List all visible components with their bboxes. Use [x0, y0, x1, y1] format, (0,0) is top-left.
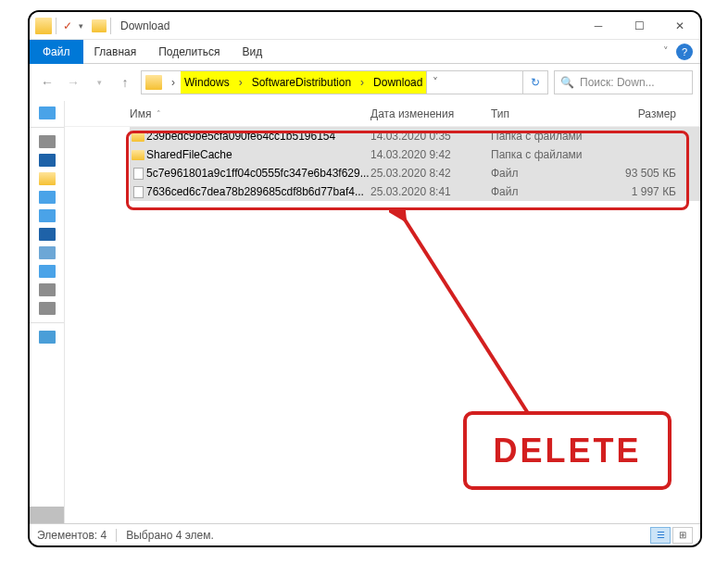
- col-name[interactable]: Имя: [130, 107, 151, 120]
- scrollbar[interactable]: [30, 507, 64, 523]
- quick-access-toolbar: ✓ ▾: [30, 18, 111, 34]
- folder-icon: [35, 18, 52, 34]
- search-placeholder: Поиск: Down...: [580, 76, 655, 89]
- chevron-right-icon[interactable]: ›: [166, 76, 181, 89]
- minimize-button[interactable]: ─: [578, 12, 619, 40]
- back-button[interactable]: ←: [37, 72, 57, 93]
- file-rows: 239bedc9be5cfa090fe64cc1b5196154 14.03.2…: [65, 127, 700, 201]
- folder-icon: [132, 150, 144, 160]
- forward-button[interactable]: →: [63, 72, 83, 93]
- file-icon: [133, 168, 144, 180]
- title-bar: ✓ ▾ Download ─ ☐ ✕: [30, 12, 700, 40]
- separator: [110, 18, 111, 34]
- file-name: 239bedc9be5cfa090fe64cc1b5196154: [146, 130, 370, 143]
- file-icon: [133, 186, 144, 198]
- music-icon[interactable]: [39, 228, 56, 241]
- address-dropdown-icon[interactable]: ˅: [426, 71, 444, 94]
- selected-count: Выбрано 4 элем.: [126, 529, 214, 542]
- item-count: Элементов: 4: [37, 529, 107, 542]
- folder-icon: [145, 75, 162, 90]
- videos-icon[interactable]: [39, 154, 56, 167]
- collapse-ribbon-icon[interactable]: ˅: [663, 45, 676, 57]
- svg-line-0: [403, 217, 533, 420]
- icons-view-button[interactable]: ⊞: [672, 527, 693, 544]
- onedrive-icon[interactable]: [39, 107, 56, 119]
- view-mode-buttons: ☰ ⊞: [650, 527, 693, 544]
- file-date: 25.03.2020 8:41: [370, 185, 491, 198]
- desktop-icon[interactable]: [39, 265, 56, 278]
- file-date: 25.03.2020 8:42: [370, 167, 491, 180]
- content-area: Имя˄ Дата изменения Тип Размер 239bedc9b…: [30, 101, 700, 523]
- documents-icon[interactable]: [39, 172, 56, 185]
- tab-share[interactable]: Поделиться: [147, 40, 231, 64]
- col-size[interactable]: Размер: [602, 107, 676, 120]
- delete-label: DELETE: [493, 432, 641, 470]
- table-row[interactable]: 7636ced6c7dea78b289685cdf8b6d77baf4... 2…: [130, 182, 700, 201]
- delete-annotation: DELETE: [463, 411, 672, 490]
- chevron-down-icon[interactable]: ▾: [79, 21, 88, 31]
- properties-icon[interactable]: ✓: [60, 19, 75, 33]
- this-pc-icon[interactable]: [39, 135, 56, 148]
- nav-pane[interactable]: [30, 101, 65, 523]
- table-row[interactable]: 239bedc9be5cfa090fe64cc1b5196154 14.03.2…: [130, 127, 700, 145]
- objects-icon[interactable]: [39, 246, 56, 259]
- file-name: 5c7e961801a9c1ff04c0555fc347e6b43f629...: [146, 167, 370, 180]
- tab-view[interactable]: Вид: [231, 40, 273, 64]
- breadcrumb-highlight: Windows › SoftwareDistribution › Downloa…: [181, 71, 426, 94]
- local-disk-icon[interactable]: [39, 283, 56, 296]
- separator: [56, 18, 56, 34]
- file-size: 93 505 КБ: [602, 167, 676, 180]
- help-icon[interactable]: ?: [676, 44, 693, 60]
- column-headers[interactable]: Имя˄ Дата изменения Тип Размер: [65, 101, 700, 127]
- sort-asc-icon: ˄: [157, 109, 161, 119]
- maximize-button[interactable]: ☐: [619, 12, 659, 40]
- address-bar[interactable]: › Windows › SoftwareDistribution › Downl…: [141, 70, 548, 94]
- file-type: Папка с файлами: [491, 130, 602, 143]
- explorer-window: ✓ ▾ Download ─ ☐ ✕ Файл Главная Поделить…: [28, 10, 702, 547]
- file-tab[interactable]: Файл: [30, 40, 83, 64]
- downloads-icon[interactable]: [39, 191, 56, 204]
- local-disk-icon[interactable]: [39, 302, 56, 315]
- search-icon: 🔍: [560, 76, 574, 89]
- file-date: 14.03.2020 9:42: [370, 148, 491, 161]
- separator: [30, 322, 64, 323]
- recent-chevron-icon[interactable]: ▾: [89, 72, 109, 93]
- separator: [116, 529, 117, 542]
- close-button[interactable]: ✕: [659, 12, 700, 40]
- breadcrumb[interactable]: SoftwareDistribution: [248, 76, 355, 89]
- chevron-right-icon[interactable]: ›: [233, 76, 248, 89]
- breadcrumb[interactable]: Download: [370, 76, 426, 89]
- navigation-bar: ← → ▾ ↑ › Windows › SoftwareDistribution…: [30, 64, 700, 101]
- file-name: 7636ced6c7dea78b289685cdf8b6d77baf4...: [146, 185, 370, 198]
- breadcrumb[interactable]: Windows: [181, 76, 233, 89]
- col-type[interactable]: Тип: [491, 107, 602, 120]
- network-icon[interactable]: [39, 331, 56, 344]
- file-type: Папка с файлами: [491, 148, 602, 161]
- status-bar: Элементов: 4 Выбрано 4 элем. ☰ ⊞: [30, 523, 700, 545]
- table-row[interactable]: SharedFileCache 14.03.2020 9:42 Папка с …: [130, 145, 700, 164]
- refresh-button[interactable]: ↻: [522, 71, 547, 94]
- ribbon: Файл Главная Поделиться Вид ˅ ?: [30, 40, 700, 64]
- file-size: 1 997 КБ: [602, 185, 676, 198]
- file-date: 14.03.2020 0:35: [370, 130, 491, 143]
- folder-icon: [92, 19, 107, 32]
- details-view-button[interactable]: ☰: [650, 527, 671, 544]
- file-list: Имя˄ Дата изменения Тип Размер 239bedc9b…: [65, 101, 700, 523]
- pictures-icon[interactable]: [39, 209, 56, 222]
- folder-icon: [132, 132, 144, 142]
- up-button[interactable]: ↑: [115, 72, 135, 93]
- separator: [30, 127, 64, 128]
- file-type: Файл: [491, 167, 602, 180]
- col-date[interactable]: Дата изменения: [370, 107, 491, 120]
- chevron-right-icon[interactable]: ›: [355, 76, 370, 89]
- window-title: Download: [120, 19, 169, 32]
- window-controls: ─ ☐ ✕: [578, 12, 700, 40]
- search-input[interactable]: 🔍 Поиск: Down...: [554, 70, 693, 94]
- file-type: Файл: [491, 185, 602, 198]
- tab-home[interactable]: Главная: [83, 40, 148, 64]
- table-row[interactable]: 5c7e961801a9c1ff04c0555fc347e6b43f629...…: [130, 164, 700, 182]
- file-name: SharedFileCache: [146, 148, 370, 161]
